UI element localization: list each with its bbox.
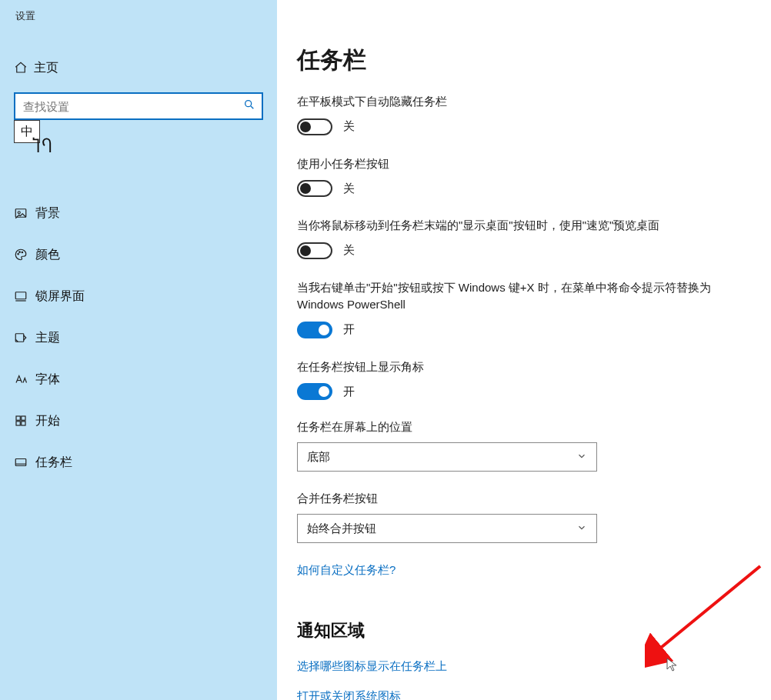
taskbar-icon [14, 455, 35, 469]
search-wrap [14, 92, 263, 120]
setting-combine-buttons: 合并任务栏按钮 始终合并按钮 [297, 492, 743, 543]
svg-rect-13 [16, 422, 20, 425]
toggle-tablet-autohide[interactable] [297, 118, 332, 135]
page-title: 任务栏 [297, 45, 743, 76]
toggle-state-label: 开 [343, 385, 355, 399]
svg-point-6 [22, 252, 23, 253]
sidebar-item-label: 任务栏 [35, 455, 72, 471]
svg-point-3 [18, 212, 20, 214]
section-heading-notification-area: 通知区域 [297, 619, 743, 642]
setting-desc: 使用小任务栏按钮 [297, 155, 728, 173]
toggle-state-label: 开 [343, 322, 355, 337]
toggle-state-label: 关 [343, 182, 355, 196]
sidebar-item-fonts[interactable]: 字体 [0, 358, 277, 400]
svg-rect-12 [22, 416, 25, 420]
select-label: 合并任务栏按钮 [297, 492, 743, 506]
sidebar-item-label: 锁屏界面 [35, 288, 85, 305]
setting-powershell-replace: 当我右键单击"开始"按钮或按下 Windows 键+X 时，在菜单中将命令提示符… [297, 279, 743, 338]
start-icon [14, 414, 35, 428]
font-icon [14, 372, 35, 386]
sidebar-item-label: 开始 [35, 413, 60, 429]
sidebar-item-label: 字体 [35, 372, 60, 388]
setting-peek-desktop: 当你将鼠标移动到任务栏末端的"显示桌面"按钮时，使用"速览"预览桌面 关 [297, 217, 743, 259]
toggle-show-badges[interactable] [297, 383, 332, 400]
setting-tablet-autohide: 在平板模式下自动隐藏任务栏 关 [297, 93, 743, 135]
sidebar-item-background[interactable]: 背景 [0, 192, 277, 234]
svg-rect-14 [22, 422, 25, 425]
category-header-truncated: ႨႤ [32, 137, 54, 157]
search-icon [243, 98, 255, 113]
link-select-taskbar-icons[interactable]: 选择哪些图标显示在任务栏上 [297, 659, 447, 674]
toggle-state-label: 关 [343, 119, 355, 134]
svg-rect-11 [16, 416, 20, 420]
theme-icon [14, 331, 35, 345]
palette-icon [14, 248, 35, 262]
toggle-powershell-replace[interactable] [297, 322, 332, 338]
chevron-down-icon [576, 451, 587, 464]
sidebar-nav: 背景 颜色 锁屏界面 主题 字体 [0, 192, 277, 483]
sidebar-item-colors[interactable]: 颜色 [0, 234, 277, 275]
chevron-down-icon [576, 522, 587, 535]
sidebar-item-label: 颜色 [35, 247, 60, 263]
sidebar-home[interactable]: 主页 [0, 49, 277, 86]
svg-point-5 [19, 252, 21, 253]
help-link-customize-taskbar[interactable]: 如何自定义任务栏? [297, 563, 396, 578]
toggle-state-label: 关 [343, 243, 355, 258]
svg-rect-7 [15, 292, 26, 299]
sidebar-home-label: 主页 [34, 60, 58, 76]
setting-taskbar-position: 任务栏在屏幕上的位置 底部 [297, 420, 743, 472]
search-input[interactable] [14, 92, 263, 120]
main-content: 任务栏 在平板模式下自动隐藏任务栏 关 使用小任务栏按钮 关 当你将鼠标移动到任… [277, 0, 771, 700]
sidebar-item-label: 主题 [35, 330, 60, 346]
select-value: 底部 [307, 450, 330, 465]
setting-small-buttons: 使用小任务栏按钮 关 [297, 155, 743, 198]
select-combine-buttons[interactable]: 始终合并按钮 [297, 514, 597, 543]
sidebar-item-label: 背景 [35, 205, 60, 222]
image-icon [14, 206, 35, 220]
setting-desc: 当你将鼠标移动到任务栏末端的"显示桌面"按钮时，使用"速览"预览桌面 [297, 217, 728, 235]
svg-line-1 [251, 106, 253, 108]
setting-desc: 在任务栏按钮上显示角标 [297, 358, 728, 376]
setting-show-badges: 在任务栏按钮上显示角标 开 [297, 358, 743, 401]
sidebar-item-themes[interactable]: 主题 [0, 317, 277, 358]
select-label: 任务栏在屏幕上的位置 [297, 420, 743, 435]
lockscreen-icon [14, 289, 35, 303]
sidebar: 设置 主页 中 ႨႤ 背景 颜色 锁屏界面 [0, 0, 277, 700]
select-value: 始终合并按钮 [307, 522, 376, 536]
svg-point-4 [18, 254, 19, 255]
link-system-icons-onoff[interactable]: 打开或关闭系统图标 [297, 689, 401, 700]
home-icon [14, 61, 34, 75]
setting-desc: 当我右键单击"开始"按钮或按下 Windows 键+X 时，在菜单中将命令提示符… [297, 279, 728, 314]
sidebar-item-lockscreen[interactable]: 锁屏界面 [0, 275, 277, 317]
svg-rect-15 [15, 459, 26, 466]
svg-point-0 [245, 101, 252, 107]
setting-desc: 在平板模式下自动隐藏任务栏 [297, 93, 728, 111]
select-taskbar-position[interactable]: 底部 [297, 442, 597, 472]
app-title: 设置 [0, 6, 277, 26]
toggle-peek-desktop[interactable] [297, 242, 332, 259]
toggle-small-buttons[interactable] [297, 180, 332, 197]
sidebar-item-taskbar[interactable]: 任务栏 [0, 442, 277, 483]
sidebar-item-start[interactable]: 开始 [0, 400, 277, 442]
